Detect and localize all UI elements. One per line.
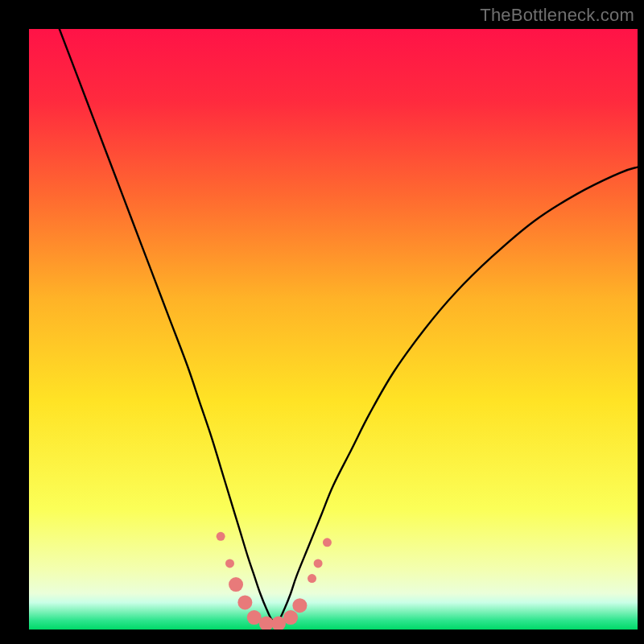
chart-frame: TheBottleneck.com [0,0,644,644]
data-point [229,577,243,592]
data-point [292,598,307,613]
data-point [314,559,323,568]
data-point [323,538,332,547]
watermark-text: TheBottleneck.com [480,5,634,26]
gradient-background [29,29,638,630]
chart-svg [29,29,638,630]
data-point [237,595,252,609]
data-point [217,532,225,541]
plot-area [29,29,638,630]
data-point [308,574,316,583]
data-point [225,559,234,568]
data-point [283,610,298,625]
